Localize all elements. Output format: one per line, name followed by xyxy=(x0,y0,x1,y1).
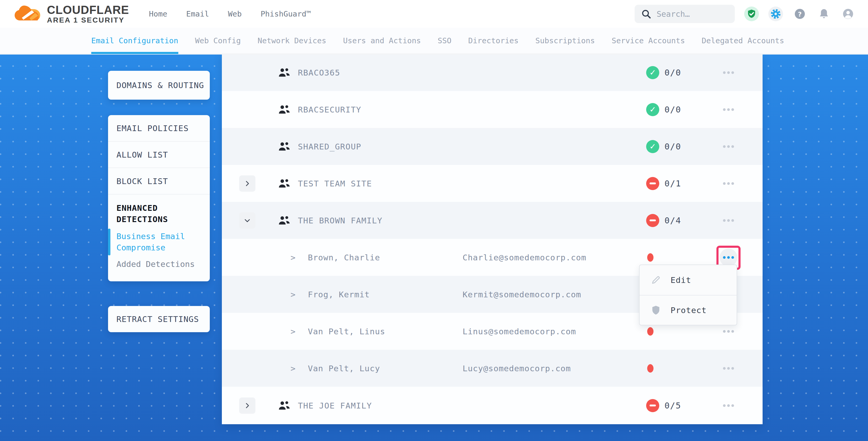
tab-service-accounts[interactable]: Service Accounts xyxy=(612,28,685,54)
context-menu-label: Edit xyxy=(671,275,691,285)
expand-toggle-button[interactable] xyxy=(239,212,255,229)
app-header: CLOUDFLARE AREA 1 SECURITY Home Email We… xyxy=(0,0,868,28)
sidebar-item-added-detections[interactable]: Added Detections xyxy=(108,256,210,281)
member-name: Van Pelt, Lucy xyxy=(308,364,380,373)
groups-table: RBACO365 0/0 RBACSECURITY 0/0 xyxy=(222,54,763,424)
table-row-group: TEST TEAM SITE 0/1 xyxy=(222,165,763,202)
context-menu-label: Protect xyxy=(671,306,707,315)
row-menu-button[interactable] xyxy=(720,249,737,266)
tab-network-devices[interactable]: Network Devices xyxy=(257,28,326,54)
group-name: RBACO365 xyxy=(298,68,340,77)
sidebar-row: EMAIL POLICIES xyxy=(108,115,210,141)
group-name: RBACSECURITY xyxy=(298,105,361,114)
row-menu-button[interactable] xyxy=(720,138,737,155)
table-row-group: RBACO365 0/0 xyxy=(222,54,763,91)
tab-email-configuration[interactable]: Email Configuration xyxy=(91,28,178,54)
help-icon: ? xyxy=(794,8,806,20)
member-email: Kermit@somedemocorp.com xyxy=(463,290,581,299)
group-icon xyxy=(278,141,290,152)
row-menu-button[interactable] xyxy=(720,101,737,119)
pencil-icon xyxy=(651,275,661,285)
tab-web-config[interactable]: Web Config xyxy=(195,28,241,54)
active-indicator-bar xyxy=(108,229,111,255)
table-row-group: RBACSECURITY 0/0 xyxy=(222,91,763,128)
sidebar-item-email-policies[interactable]: EMAIL POLICIES xyxy=(108,124,189,133)
row-menu-button[interactable] xyxy=(720,397,737,414)
row-menu-button[interactable] xyxy=(720,359,737,377)
status-icon xyxy=(646,66,659,79)
group-name: SHARED_GROUP xyxy=(298,142,361,151)
group-name: TEST TEAM SITE xyxy=(298,179,372,188)
table-row-group: THE BROWN FAMILY 0/4 xyxy=(222,202,763,239)
shield-icon xyxy=(651,305,661,315)
table-row-group: SHARED_GROUP 0/0 xyxy=(222,128,763,165)
settings-button[interactable] xyxy=(768,6,783,21)
search-input[interactable] xyxy=(657,9,725,19)
member-count: 0/4 xyxy=(664,216,681,225)
member-caret: > xyxy=(290,253,296,262)
group-name: THE JOE FAMILY xyxy=(298,401,372,410)
group-icon xyxy=(278,400,290,411)
sidebar-item-allow-list[interactable]: ALLOW LIST xyxy=(108,150,168,159)
sidebar-item-block-list[interactable]: BLOCK LIST xyxy=(108,177,168,186)
protection-status-button[interactable] xyxy=(744,6,759,21)
search-box[interactable] xyxy=(634,5,735,23)
sidebar-item-retract-settings[interactable]: RETRACT SETTINGS xyxy=(108,314,199,324)
account-button[interactable] xyxy=(841,6,856,21)
expand-toggle-button[interactable] xyxy=(239,176,255,192)
tab-subscriptions[interactable]: Subscriptions xyxy=(535,28,595,54)
context-menu-item-edit[interactable]: Edit xyxy=(640,265,737,295)
nav-web[interactable]: Web xyxy=(228,9,242,18)
sidebar-card-policies: EMAIL POLICIES ALLOW LIST BLOCK LIST ENH… xyxy=(108,115,210,281)
sidebar-item-business-email-compromise[interactable]: Business Email Compromise xyxy=(108,228,210,256)
row-menu-button[interactable] xyxy=(720,212,737,229)
member-email: Linus@somedemocorp.com xyxy=(463,327,576,336)
status-icon xyxy=(646,103,659,116)
expand-toggle-button[interactable] xyxy=(239,398,255,414)
chevron-right-icon xyxy=(244,180,251,187)
sidebar-row: BLOCK LIST xyxy=(108,168,210,194)
row-menu-button[interactable] xyxy=(720,175,737,192)
member-email: Charlie@somedemocorp.com xyxy=(463,253,586,262)
tab-sso[interactable]: SSO xyxy=(438,28,451,54)
sidebar-item-domains-routing[interactable]: DOMAINS & ROUTING xyxy=(108,81,204,90)
cloudflare-logo: CLOUDFLARE AREA 1 SECURITY xyxy=(14,4,129,24)
tab-users-and-actions[interactable]: Users and Actions xyxy=(343,28,421,54)
help-button[interactable]: ? xyxy=(793,6,807,21)
member-caret: > xyxy=(290,364,296,373)
svg-text:?: ? xyxy=(798,10,802,18)
group-name: THE BROWN FAMILY xyxy=(298,216,382,225)
nav-phishguard[interactable]: PhishGuard™ xyxy=(261,9,311,18)
notifications-button[interactable] xyxy=(816,6,831,21)
sidebar-row: ALLOW LIST xyxy=(108,141,210,168)
search-icon xyxy=(641,9,651,19)
group-icon xyxy=(278,104,290,115)
member-name: Frog, Kermit xyxy=(308,290,370,299)
shield-check-icon xyxy=(747,9,756,19)
brand-subtitle: AREA 1 SECURITY xyxy=(47,16,129,24)
group-icon xyxy=(278,67,290,78)
nav-email[interactable]: Email xyxy=(186,9,209,18)
sidebar-item-label: Added Detections xyxy=(117,259,195,269)
group-icon xyxy=(278,178,290,189)
status-icon xyxy=(646,140,659,153)
header-actions: ? xyxy=(634,5,856,23)
member-caret: > xyxy=(290,327,296,336)
member-count: 0/0 xyxy=(664,68,681,77)
brand-name: CLOUDFLARE xyxy=(47,4,129,16)
sidebar-section-enhanced-detections: ENHANCED DETECTIONS xyxy=(108,194,210,228)
gear-icon xyxy=(770,8,781,20)
member-count: 0/1 xyxy=(664,179,681,189)
row-menu-button[interactable] xyxy=(720,64,737,82)
nav-home[interactable]: Home xyxy=(149,9,167,18)
sidebar-card-retract: RETRACT SETTINGS xyxy=(108,306,210,332)
tab-delegated-accounts[interactable]: Delegated Accounts xyxy=(702,28,784,54)
sidebar-card-domains: DOMAINS & ROUTING xyxy=(108,71,210,100)
context-menu-item-protect[interactable]: Protect xyxy=(640,295,737,325)
tab-directories[interactable]: Directories xyxy=(468,28,519,54)
member-email: Lucy@somedemocorp.com xyxy=(463,364,571,373)
status-icon xyxy=(646,214,659,227)
table-row-group: THE JOE FAMILY 0/5 xyxy=(222,387,763,424)
member-caret: > xyxy=(290,290,296,299)
member-count: 0/0 xyxy=(664,105,681,115)
